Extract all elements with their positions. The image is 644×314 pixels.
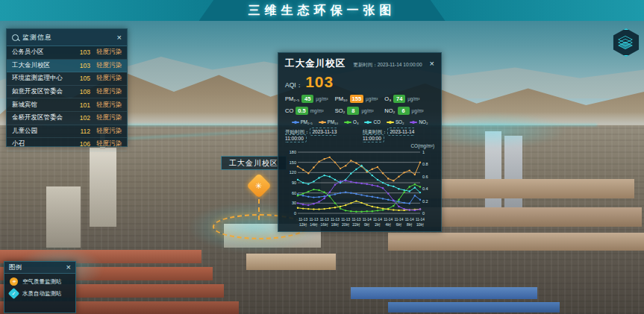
pollutant-reading: O₃ 74 µg/m³ (384, 95, 434, 103)
svg-text:11-146时: 11-146时 (395, 218, 404, 227)
station-aqi-level: 轻度污染 (90, 48, 122, 57)
pollutant-name: O₃ (384, 95, 391, 102)
legend-label: 水质自动监测站 (22, 290, 62, 298)
marker-label: 工大金川校区 (221, 156, 287, 170)
pollutant-unit: µg/m³ (407, 96, 419, 101)
station-aqi-value: 105 (72, 75, 90, 82)
pollutant-reading: NO₂ 6 µg/m³ (384, 107, 434, 115)
chart-legend: PM₂.₅ PM₁₀ O₃ CO SO₂ NO₂ (285, 119, 434, 125)
legend-label: 空气质量监测站 (22, 278, 62, 286)
series-color-marker (387, 122, 394, 123)
top-header: 三维生态环保一张图 (0, 0, 644, 21)
svg-text:60: 60 (292, 191, 296, 195)
station-aqi-level: 轻度污染 (90, 74, 122, 83)
series-name: SO₂ (396, 119, 404, 125)
station-marker-icon[interactable]: ✳ (246, 173, 272, 198)
air-quality-station-icon: ✳ (10, 277, 18, 286)
close-icon[interactable]: × (66, 263, 71, 271)
svg-text:0.2: 0.2 (422, 199, 428, 204)
station-list-item[interactable]: 儿童公园 112 轻度污染 (7, 125, 127, 139)
chart-legend-item[interactable]: NO₂ (410, 119, 428, 125)
pollutant-name: SO₂ (335, 107, 346, 114)
station-aqi-value: 112 (72, 128, 90, 135)
building-row (246, 254, 336, 270)
station-list-item[interactable]: 公务员小区 103 轻度污染 (7, 46, 127, 60)
svg-text:30: 30 (292, 201, 296, 205)
end-time-field[interactable]: 结束时间：2023-11-14 11:00:00 (363, 129, 434, 141)
pollutant-value-badge: 0.5 (296, 107, 307, 115)
station-list-panel: 监测信息 × 公务员小区 103 轻度污染 工大金川校区 103 轻度污染 环境… (6, 28, 128, 147)
station-list-item[interactable]: 环境监测监理中心 105 轻度污染 (7, 72, 127, 86)
station-name: 工大金川校区 (12, 61, 72, 70)
pollutant-trend-chart: 030609012015018000.20.40.60.8111-1312时11… (285, 149, 436, 233)
pollutant-name: PM₁₀ (335, 95, 348, 102)
map-legend-panel: 图例 × ✳ 空气质量监测站 ✓ 水质自动监测站 (4, 261, 76, 313)
pollutant-unit: µg/m³ (316, 96, 328, 101)
series-name: PM₁₀ (328, 119, 338, 125)
station-aqi-level: 轻度污染 (90, 113, 122, 122)
station-aqi-value: 102 (72, 114, 90, 122)
svg-text:90: 90 (292, 180, 296, 185)
pollutant-unit: µg/m³ (361, 108, 373, 113)
water-quality-station-icon: ✓ (8, 288, 20, 300)
svg-text:0.4: 0.4 (422, 186, 428, 191)
svg-text:11-148时: 11-148时 (405, 218, 414, 227)
station-name: 儿童公园 (12, 127, 72, 136)
svg-text:150: 150 (290, 160, 296, 165)
station-list-item[interactable]: 金桥开发区管委会 102 轻度污染 (7, 112, 127, 125)
svg-text:11-142时: 11-142时 (373, 218, 382, 227)
station-aqi-value: 101 (72, 101, 90, 109)
search-icon[interactable] (12, 34, 19, 41)
pollutant-value-badge: 74 (393, 95, 405, 103)
warehouse-row (388, 302, 560, 313)
pollutant-value-badge: 8 (347, 107, 359, 115)
close-icon[interactable]: × (430, 60, 434, 68)
series-color-marker (410, 122, 417, 123)
close-icon[interactable]: × (117, 34, 122, 42)
svg-text:11-1322时: 11-1322时 (351, 218, 360, 227)
building (90, 148, 116, 227)
svg-text:0: 0 (294, 211, 296, 216)
svg-text:180: 180 (290, 150, 296, 154)
pollutant-grid: PM₂.₅ 45 µg/m³ PM₁₀ 155 µg/m³ O₃ 74 µg/m… (285, 95, 434, 115)
series-name: NO₂ (419, 119, 428, 125)
legend-title: 图例 (9, 263, 66, 272)
station-aqi-value: 106 (72, 140, 90, 148)
chart-legend-item[interactable]: O₃ (344, 119, 358, 125)
station-list-item[interactable]: 如意开发区管委会 108 轻度污染 (7, 86, 127, 99)
svg-text:11-1314时: 11-1314时 (309, 218, 318, 227)
svg-text:11-144时: 11-144时 (384, 218, 393, 227)
series-name: PM₂.₅ (301, 119, 313, 125)
station-list-item[interactable]: 工大金川校区 103 轻度污染 (7, 60, 127, 73)
app-root: 工大金川校区 ✳ 三维生态环保一张图 监测信息 × 公务员小区 103 轻度污染… (0, 0, 644, 314)
pollutant-name: PM₂.₅ (285, 95, 299, 102)
svg-text:0: 0 (422, 211, 425, 216)
station-aqi-level: 轻度污染 (90, 101, 122, 110)
station-name: 新城宾馆 (12, 101, 72, 110)
series-color-marker (319, 122, 326, 123)
svg-text:11-1312时: 11-1312时 (298, 218, 307, 227)
station-aqi-value: 103 (72, 62, 90, 69)
chart-legend-item[interactable]: PM₂.₅ (292, 119, 313, 125)
station-detail-popup: 工大金川校区 更新时间：2023-11-14 10:00:00 × AQI： 1… (278, 52, 442, 232)
chart-legend-item[interactable]: CO (364, 119, 380, 125)
station-list-item[interactable]: 新城宾馆 101 轻度污染 (7, 98, 127, 112)
station-list-header: 监测信息 × (7, 29, 127, 46)
series-color-marker (364, 122, 372, 123)
station-aqi-level: 轻度污染 (90, 61, 122, 70)
svg-text:0.8: 0.8 (422, 162, 428, 166)
station-list-item[interactable]: 小召 106 轻度污染 (7, 138, 127, 151)
svg-text:11-1320时: 11-1320时 (341, 218, 350, 227)
pollutant-reading: PM₁₀ 155 µg/m³ (335, 95, 385, 103)
start-time-field[interactable]: 开始时间：2023-11-13 11:00:00 (285, 129, 357, 141)
svg-text:11-1316时: 11-1316时 (320, 218, 329, 227)
station-name: 如意开发区管委会 (12, 87, 72, 96)
svg-text:1: 1 (422, 150, 425, 154)
chart-legend-item[interactable]: SO₂ (387, 119, 404, 125)
station-name: 公务员小区 (12, 48, 72, 57)
legend-items: ✳ 空气质量监测站 ✓ 水质自动监测站 (4, 274, 75, 298)
pollutant-value-badge: 155 (350, 95, 364, 103)
chart-legend-item[interactable]: PM₁₀ (319, 119, 338, 125)
pollutant-value-badge: 45 (301, 95, 313, 103)
series-color-marker (292, 122, 299, 123)
